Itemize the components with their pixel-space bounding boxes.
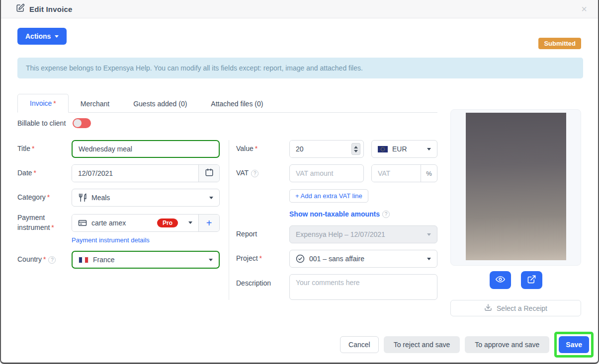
value-input[interactable] [290,141,351,157]
help-icon[interactable]: ? [382,211,390,218]
edit-icon [16,3,25,14]
date-input[interactable] [72,165,198,182]
chevron-down-icon [427,148,431,150]
footer-actions: Cancel To reject and save To approve and… [340,332,594,358]
utensils-icon [78,193,87,202]
add-payment-instrument-button[interactable]: + [198,215,219,231]
chevron-down-icon [427,233,431,236]
receipt-panel: Select a Receipt [450,109,581,316]
tab-merchant[interactable]: Merchant [69,95,121,113]
chevron-down-icon [427,258,431,260]
tab-attached-files[interactable]: Attached files (0) [199,95,275,113]
payment-instrument-details-link[interactable]: Payment instrument details [72,236,150,244]
info-banner: This expense belongs to Expensya Help. Y… [17,58,583,78]
toggle-knob [74,119,82,127]
save-button-highlight: Save [554,332,594,358]
country-label: Country*? [17,255,72,265]
preview-receipt-button[interactable] [490,271,511,289]
cancel-button[interactable]: Cancel [340,336,379,353]
billable-toggle[interactable] [73,118,91,128]
project-label: Project* [236,254,289,264]
category-label: Category* [17,193,72,203]
chevron-down-icon [55,35,59,38]
tab-invoice[interactable]: Invoice* [17,94,69,113]
tab-guests-added[interactable]: Guests added (0) [121,95,199,113]
plus-icon: + [206,218,212,228]
chevron-down-icon [188,221,192,224]
payment-instrument-label: Payment instrument* [17,213,72,232]
date-label: Date* [17,168,72,178]
eye-icon [496,275,505,286]
modal-header: Edit Invoice × [1,0,598,18]
column-divider [229,140,229,300]
calendar-icon [205,168,214,179]
help-icon[interactable]: ? [251,170,258,177]
category-select[interactable]: Meals [72,189,220,207]
help-icon[interactable]: ? [48,256,56,264]
external-link-icon [527,275,536,286]
chevron-down-icon [209,259,213,261]
country-select[interactable]: France [72,251,220,269]
france-flag-icon [79,257,88,263]
description-textarea[interactable] [289,274,437,300]
report-select: Expensya Help – 12/07/2021 [289,225,437,243]
receipt-image [466,113,566,260]
description-label: Description [236,274,289,289]
tab-bar: Invoice* Merchant Guests added (0) Attac… [17,93,437,113]
currency-select[interactable]: EUR [371,140,437,158]
add-vat-line-button[interactable]: + Add an extra VAT line [289,189,368,203]
receipt-frame [450,109,581,266]
modal-title: Edit Invoice [29,5,73,13]
approve-and-save-button[interactable]: To approve and save [465,336,549,353]
project-select[interactable]: 001 – sans affaire [289,250,437,268]
billable-label: Billable to client [17,119,66,127]
value-label: Value* [236,144,289,154]
edit-invoice-modal: Edit Invoice × Actions Submitted This ex… [0,0,599,364]
download-icon [484,303,492,313]
reject-and-save-button[interactable]: To reject and save [384,336,460,353]
credit-card-icon [78,218,87,227]
title-input[interactable] [72,140,220,158]
status-badge: Submitted [538,38,581,49]
title-label: Title* [17,144,72,154]
chevron-down-icon [209,197,213,199]
vat-amount-input[interactable] [289,164,364,182]
calendar-button[interactable] [198,165,219,182]
vat-rate-input[interactable] [372,165,421,182]
close-icon[interactable]: × [581,4,587,14]
open-receipt-button[interactable] [521,271,542,289]
payment-instrument-select[interactable]: carte amex Pro [72,215,198,231]
vat-label: VAT? [236,168,289,178]
eu-flag-icon [378,146,388,152]
value-stepper[interactable] [351,143,360,155]
report-label: Report [236,229,289,239]
pro-badge: Pro [157,218,178,227]
select-receipt-button[interactable]: Select a Receipt [450,300,581,316]
check-circle-icon [296,254,305,263]
actions-button[interactable]: Actions [17,28,67,45]
show-non-taxable-link[interactable]: Show non-taxable amounts [289,210,380,218]
save-button[interactable]: Save [559,336,589,353]
percent-suffix: % [421,165,437,182]
